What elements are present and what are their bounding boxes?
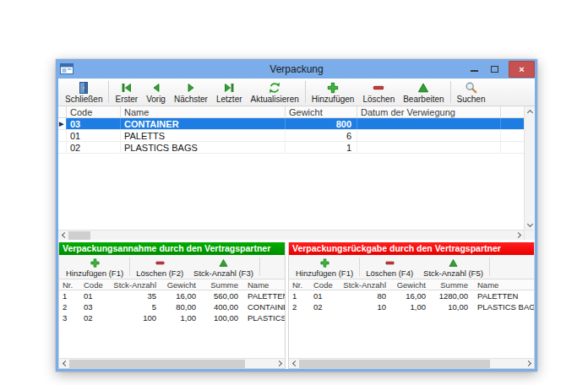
rueckgabe-delete-button[interactable]: Löschen (F4) xyxy=(361,255,418,279)
scroll-left-button[interactable] xyxy=(59,359,69,369)
rueckgabe-stck-anzahl-button[interactable]: Stck-Anzahl (F5) xyxy=(418,255,488,279)
button-label: Nächster xyxy=(174,95,208,104)
previous-record-icon xyxy=(150,81,163,95)
bottom-panels: Verpackungsannahme durch den Vertragspar… xyxy=(58,242,535,369)
cell-name: PALETTEN xyxy=(242,291,285,301)
column-header-code[interactable]: Code xyxy=(78,280,112,290)
scroll-down-button[interactable] xyxy=(525,220,535,230)
scrollbar-thumb[interactable] xyxy=(69,360,245,368)
column-header-code[interactable]: Code xyxy=(67,106,121,117)
window-controls: × xyxy=(464,59,537,79)
scrollbar-thumb[interactable] xyxy=(68,231,90,240)
column-header-summe[interactable]: Summe xyxy=(199,280,242,290)
refresh-button[interactable]: Aktualisieren xyxy=(247,79,303,106)
column-header-gewicht[interactable]: Gewicht xyxy=(390,280,429,290)
edit-button[interactable]: Bearbeiten xyxy=(399,79,448,106)
button-label: Hinzufügen xyxy=(312,95,355,104)
delete-icon xyxy=(155,258,166,268)
table-row-selected[interactable]: ▶ 03 CONTAINER 800 xyxy=(58,118,524,130)
column-header-code[interactable]: Code xyxy=(308,280,341,290)
column-header-nr[interactable]: Nr. xyxy=(59,280,78,290)
annahme-add-button[interactable]: Hinzufügen (F1) xyxy=(61,255,128,279)
chevron-left-icon xyxy=(61,232,67,238)
main-grid-scroll-column xyxy=(524,106,535,240)
maximize-button[interactable] xyxy=(484,59,504,79)
column-header-datum[interactable]: Datum der Verwiegung xyxy=(357,106,501,117)
annahme-stck-anzahl-button[interactable]: Stck-Anzahl (F3) xyxy=(188,255,259,279)
chevron-right-icon xyxy=(514,232,520,238)
previous-record-button[interactable]: Vorig xyxy=(142,79,170,106)
table-row[interactable]: 01 PALETTS 6 xyxy=(58,130,524,142)
title-bar[interactable]: Verpackung × xyxy=(56,59,537,79)
filler xyxy=(501,142,524,153)
main-grid-horizontal-scrollbar[interactable] xyxy=(58,230,524,240)
exit-door-icon xyxy=(77,81,90,95)
column-header-stck-anzahl[interactable]: Stck-Anzahl xyxy=(341,280,390,290)
chevron-left-icon xyxy=(291,361,297,366)
annahme-delete-button[interactable]: Löschen (F2) xyxy=(131,255,188,279)
column-header-name[interactable]: Name xyxy=(242,280,285,290)
annahme-grid-header: Nr. Code Stck-Anzahl Gewicht Summe Name xyxy=(59,279,285,290)
close-button[interactable]: × xyxy=(509,61,535,78)
table-row[interactable]: 3 02 100 1,00 100,00 PLASTICS BAGS xyxy=(59,312,285,323)
column-header-summe[interactable]: Summe xyxy=(429,280,471,290)
column-header-name[interactable]: Name xyxy=(471,280,534,290)
scroll-left-button[interactable] xyxy=(289,359,299,369)
scroll-up-button[interactable] xyxy=(525,106,535,117)
annahme-toolbar: Hinzufügen (F1) Löschen (F2) Stck-Anzahl… xyxy=(59,255,285,279)
scroll-right-button[interactable] xyxy=(514,230,524,241)
button-label: Bearbeiten xyxy=(403,95,444,104)
cell-code: 02 xyxy=(308,302,341,312)
cell-summe: 560,00 xyxy=(199,291,242,301)
search-button[interactable]: Suchen xyxy=(453,79,490,106)
cell-nr: 1 xyxy=(59,291,78,301)
table-row[interactable]: 02 PLASTICS BAGS 1 xyxy=(58,142,524,154)
grid-empty-area xyxy=(59,323,285,358)
cell-code: 01 xyxy=(308,291,341,301)
minimize-icon xyxy=(471,70,478,72)
add-button[interactable]: Hinzufügen xyxy=(308,79,359,106)
table-row[interactable]: 1 01 35 16,00 560,00 PALETTEN xyxy=(59,290,285,301)
button-label: Hinzufügen (F1) xyxy=(66,268,123,278)
chevron-right-icon xyxy=(275,361,281,366)
close-icon: × xyxy=(519,64,524,74)
table-row[interactable]: 2 03 5 80,00 400,00 CONTAINER xyxy=(59,301,285,312)
main-grid-vertical-scrollbar[interactable] xyxy=(524,106,535,230)
close-form-button[interactable]: Schließen xyxy=(61,79,106,106)
scrollbar-thumb[interactable] xyxy=(299,360,490,368)
next-record-button[interactable]: Nächster xyxy=(170,79,212,106)
column-header-gewicht[interactable]: Gewicht xyxy=(286,106,357,117)
first-record-button[interactable]: Erster xyxy=(111,79,142,106)
cell-name: PLASTICS BAGS xyxy=(471,302,534,312)
cell-datum xyxy=(357,142,501,153)
annahme-panel-header: Verpackungsannahme durch den Vertragspar… xyxy=(59,242,285,255)
rueckgabe-horizontal-scrollbar[interactable] xyxy=(289,358,534,368)
cell-stck: 5 xyxy=(112,302,161,312)
cell-code: 01 xyxy=(67,130,121,141)
column-header-gewicht[interactable]: Gewicht xyxy=(161,280,199,290)
column-header-stck-anzahl[interactable]: Stck-Anzahl xyxy=(112,280,161,290)
cell-nr: 3 xyxy=(59,313,78,323)
button-label: Stck-Anzahl (F3) xyxy=(193,268,253,278)
minimize-button[interactable] xyxy=(464,59,484,79)
scroll-left-button[interactable] xyxy=(58,230,68,241)
scroll-right-button[interactable] xyxy=(524,359,534,369)
table-row[interactable]: 2 02 10 1,00 10,00 PLASTICS BAGS xyxy=(289,301,534,312)
column-header-name[interactable]: Name xyxy=(121,106,286,117)
table-row[interactable]: 1 01 80 16,00 1280,00 PALETTEN xyxy=(289,290,534,301)
cell-summe: 10,00 xyxy=(429,302,471,312)
annahme-horizontal-scrollbar[interactable] xyxy=(59,358,285,368)
rueckgabe-add-button[interactable]: Hinzufügen (F1) xyxy=(291,255,358,279)
rueckgabe-panel: Verpackungsrückgabe durch den Vertragspa… xyxy=(288,242,535,369)
cell-name: PLASTICS BAGS xyxy=(121,142,286,153)
delete-icon xyxy=(384,258,395,268)
column-header-nr[interactable]: Nr. xyxy=(289,280,308,290)
add-icon xyxy=(326,81,340,95)
button-label: Erster xyxy=(115,95,138,104)
toolbar-separator xyxy=(450,81,451,103)
cell-datum xyxy=(357,130,501,141)
last-record-button[interactable]: Letzter xyxy=(212,79,247,106)
delete-button[interactable]: Löschen xyxy=(358,79,399,106)
scroll-right-button[interactable] xyxy=(275,359,285,369)
maximize-icon xyxy=(491,66,498,73)
